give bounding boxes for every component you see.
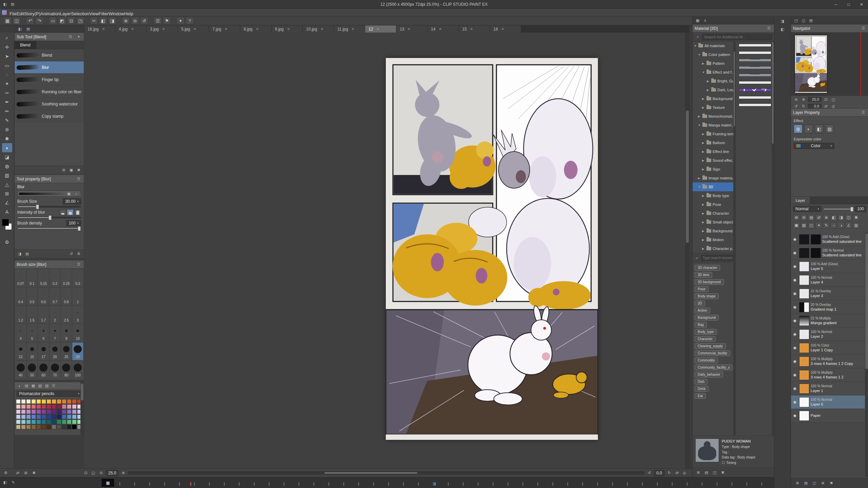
tab-close-icon[interactable]: ✕	[501, 27, 504, 31]
keyword-tag[interactable]: Bag	[695, 322, 707, 328]
keyword-tag[interactable]: Commodity	[695, 357, 718, 363]
canvas-area[interactable]	[84, 33, 690, 468]
tree-expander-icon[interactable]: ▶	[698, 115, 701, 118]
color-swatch[interactable]	[26, 399, 31, 404]
brush-size-preset[interactable]: 30	[72, 342, 83, 360]
panel-menu-icon[interactable]: ☰	[766, 25, 772, 32]
brush-size-preset[interactable]: 0.8	[61, 287, 72, 306]
brush-size-preset[interactable]: 100	[72, 360, 83, 379]
status-rotation-value[interactable]: 0.0	[654, 470, 664, 476]
thumbnail-scrollbar[interactable]	[772, 41, 774, 452]
navigator-rotation-value[interactable]: 0.0	[808, 104, 822, 109]
material-tree-item[interactable]: ▶ Background	[693, 94, 735, 103]
color-swatch[interactable]	[21, 409, 26, 414]
document-tab[interactable]: 10.jpg ✕	[303, 25, 334, 33]
layer-row[interactable]: ◉ 100 % Add (Glow) Layer 5	[791, 260, 865, 273]
brush-size-preset[interactable]: 60	[38, 360, 49, 379]
document-tab[interactable]: 16.jpg ✕	[84, 25, 115, 33]
material-tree-item[interactable]: ▶ Sound effec...	[693, 156, 735, 165]
material-tree-item[interactable]: ▼ 3D	[693, 182, 735, 191]
color-swatch[interactable]	[26, 414, 31, 419]
layer-opacity-slider[interactable]	[823, 208, 853, 210]
layer-opacity-value[interactable]: 100	[855, 206, 866, 212]
layer-row[interactable]: ◉ 100 % Normal Layer 1	[791, 382, 865, 395]
menu-item[interactable]: Help	[124, 9, 133, 16]
brush-size-preset[interactable]: 6	[38, 324, 49, 342]
tab-close-icon[interactable]: ✕	[470, 27, 473, 31]
expression-color-select[interactable]: Color ▾	[794, 143, 834, 149]
brush-size-preset[interactable]: 1.7	[38, 306, 49, 324]
layer-visibility-icon[interactable]: ◉	[792, 291, 798, 296]
brush-size-preset[interactable]: 40	[15, 360, 26, 379]
canvas-artwork[interactable]	[386, 58, 598, 440]
color-set-scrollbar[interactable]	[80, 382, 84, 435]
document-tab[interactable]: 16 ✕	[490, 25, 521, 33]
brush-size-preset[interactable]: 0.5	[26, 287, 38, 306]
color-swatch[interactable]	[41, 409, 46, 414]
color-swatch[interactable]	[46, 419, 51, 424]
layer-thumbnail[interactable]	[799, 397, 809, 407]
color-swatch[interactable]	[41, 399, 46, 404]
layer-visibility-icon[interactable]: ◉	[792, 413, 798, 418]
material-item[interactable]: 飲む 牛乳	[736, 79, 774, 86]
color-swatch[interactable]	[16, 404, 21, 409]
layer-visibility-icon[interactable]: ◉	[792, 251, 798, 255]
fit-to-screen-icon[interactable]: ⊡	[823, 96, 829, 102]
document-tab[interactable]: 15 ✕	[459, 25, 490, 33]
color-swatch[interactable]	[67, 404, 72, 409]
keyword-tag[interactable]: Commercial_facility	[695, 350, 730, 356]
keyword-tag[interactable]: Body shape	[695, 293, 719, 299]
color-swatch[interactable]	[62, 404, 67, 409]
dock-splitter-strip[interactable]: ◨◧	[774, 17, 791, 488]
tree-expander-icon[interactable]: ▶	[702, 150, 705, 153]
brush-size-preset[interactable]: 0.2	[49, 269, 61, 287]
material-tree-item[interactable]: ▶ Body type	[693, 191, 735, 200]
color-swatch[interactable]	[57, 419, 61, 424]
layer-row[interactable]: ◉ 100 % Add (Glow) Scattered saturated l…	[791, 233, 865, 246]
actual-size-icon[interactable]: ◱	[830, 96, 836, 102]
material-search-input[interactable]	[702, 34, 772, 40]
keyword-tag[interactable]: Eat	[695, 393, 706, 399]
color-swatch[interactable]	[57, 404, 61, 409]
layer-thumbnail[interactable]	[799, 234, 809, 245]
layer-visibility-icon[interactable]: ◉	[792, 386, 798, 391]
material-tree-item[interactable]: ▶ Dark, Lou...	[693, 85, 735, 94]
tab-close-icon[interactable]: ✕	[102, 27, 105, 31]
material-tree-item[interactable]: ▶ Motion	[693, 235, 735, 244]
layer-visibility-icon[interactable]: ◉	[792, 305, 798, 309]
timeline-chip[interactable]: ▦	[102, 479, 114, 487]
color-swatch[interactable]	[36, 399, 41, 404]
color-swatch[interactable]	[41, 419, 46, 424]
brush-size-preset[interactable]: 0.7	[49, 287, 61, 306]
material-tree-item[interactable]: ▶ Background	[693, 227, 735, 235]
tree-expander-icon[interactable]: ▶	[702, 106, 705, 109]
tab-close-icon[interactable]: ✕	[352, 27, 354, 31]
brush-size-value[interactable]: 30.00▾	[63, 198, 81, 204]
layer-thumbnail[interactable]	[799, 329, 809, 339]
material-tree-item[interactable]: ▶ Image materia...	[693, 174, 735, 182]
color-swatch[interactable]	[36, 409, 41, 414]
color-swatch[interactable]	[36, 404, 41, 409]
layer-thumbnail[interactable]	[799, 316, 809, 326]
keyword-tag[interactable]: Drink	[695, 386, 709, 392]
color-swatch[interactable]	[46, 399, 51, 404]
tab-close-icon[interactable]: ✕	[321, 27, 323, 31]
tree-expander-icon[interactable]: ▶	[702, 141, 705, 144]
color-swatch[interactable]	[67, 399, 72, 404]
tab-close-icon[interactable]: ✕	[439, 27, 441, 31]
zoom-in-icon[interactable]: ⊕	[120, 470, 126, 476]
layer-thumbnail[interactable]	[799, 261, 809, 272]
menu-item[interactable]: Edit	[17, 9, 24, 16]
material-tree-item[interactable]: ▶ Pattern	[693, 59, 735, 68]
color-swatch[interactable]	[57, 399, 61, 404]
lock-icon[interactable]: ▣	[66, 191, 72, 197]
layer-mask-thumbnail[interactable]	[811, 248, 821, 258]
material-tree-item[interactable]: ▼ Effect and f...	[693, 68, 735, 77]
layer-row[interactable]: ◉ 31 % Overlay Layer 3	[791, 287, 865, 300]
tab-close-icon[interactable]: ✕	[193, 27, 196, 31]
color-swatch[interactable]	[16, 414, 21, 419]
color-swatch[interactable]	[62, 425, 67, 429]
color-swatch[interactable]	[31, 409, 36, 414]
brush-size-preset[interactable]: 12	[15, 342, 26, 360]
material-item[interactable]: standing pose set sta...	[736, 41, 774, 49]
